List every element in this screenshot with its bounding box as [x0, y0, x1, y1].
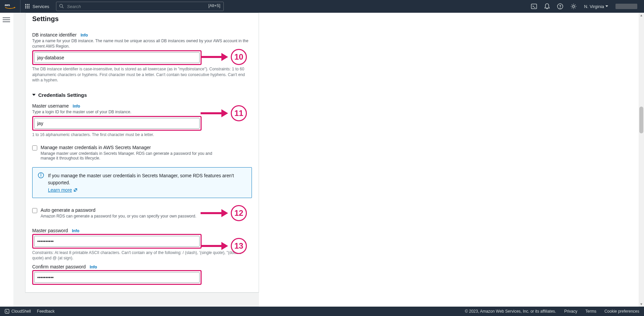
svg-rect-6: [29, 6, 30, 7]
master-pw-label: Master password: [32, 228, 68, 233]
auto-generate-help: Amazon RDS can generate a password for y…: [41, 214, 196, 218]
search-icon: [59, 4, 64, 9]
info-icon: [38, 172, 44, 193]
svg-rect-2: [27, 4, 28, 5]
db-id-constraints: The DB instance identifier is case-insen…: [32, 66, 252, 83]
right-empty-area: [259, 13, 644, 307]
svg-rect-7: [25, 7, 26, 8]
master-user-info-link[interactable]: Info: [73, 104, 80, 109]
credentials-collapser[interactable]: Credentials Settings: [32, 92, 252, 98]
master-pw-info-link[interactable]: Info: [72, 229, 79, 233]
external-link-icon: [73, 188, 77, 192]
privacy-link[interactable]: Privacy: [564, 309, 577, 314]
secrets-manager-help: Manage master user credentials in Secret…: [41, 151, 222, 161]
services-menu[interactable]: Services: [20, 4, 54, 9]
svg-point-10: [60, 4, 63, 7]
confirm-pw-label: Confirm master password: [32, 264, 86, 269]
annotation-13: 13: [201, 238, 247, 254]
svg-rect-1: [25, 4, 26, 5]
region-selector[interactable]: N. Virginia: [584, 4, 608, 9]
auto-generate-label: Auto generate a password: [41, 207, 196, 213]
copyright: © 2023, Amazon Web Services, Inc. or its…: [465, 309, 556, 314]
master-pw-input[interactable]: [34, 236, 200, 247]
annotation-11: 11: [201, 105, 247, 121]
db-id-help: Type a name for your DB instance. The na…: [32, 38, 252, 49]
svg-rect-4: [25, 6, 26, 7]
gear-icon[interactable]: [571, 3, 577, 9]
callout-msg: If you manage the master user credential…: [48, 172, 246, 186]
svg-rect-9: [29, 7, 30, 8]
svg-line-11: [62, 7, 63, 8]
annotation-10: 10: [201, 49, 247, 65]
top-nav: aws Services [Alt+S] N. Virginia: [0, 0, 644, 13]
annotation-12: 12: [201, 205, 247, 221]
search-shortcut: [Alt+S]: [208, 3, 220, 8]
global-search: [Alt+S]: [56, 2, 224, 11]
svg-rect-5: [27, 6, 28, 7]
confirm-pw-input[interactable]: [34, 272, 200, 283]
search-input[interactable]: [56, 2, 224, 11]
master-user-constraints: 1 to 16 alphanumeric characters. The fir…: [32, 132, 252, 137]
aws-logo[interactable]: aws: [0, 0, 20, 13]
svg-rect-3: [29, 4, 30, 5]
master-user-highlight: [32, 116, 202, 131]
svg-point-19: [41, 174, 41, 175]
help-icon[interactable]: [557, 3, 563, 9]
vertical-scroll[interactable]: ▲ ▼: [639, 13, 644, 307]
svg-point-16: [573, 5, 575, 7]
svg-point-15: [560, 8, 560, 8]
master-pw-highlight: [32, 234, 202, 249]
callout-learn-more-link[interactable]: Learn more: [48, 187, 77, 193]
sidebar-toggle[interactable]: [3, 16, 10, 22]
master-user-input[interactable]: [34, 118, 200, 129]
cloudshell-icon[interactable]: [531, 3, 537, 9]
db-id-highlight: [32, 50, 202, 65]
svg-rect-8: [27, 7, 28, 8]
cloudshell-link[interactable]: CloudShell: [5, 309, 31, 314]
account-menu[interactable]: [615, 4, 637, 9]
scroll-thumb[interactable]: [639, 107, 643, 133]
feedback-link[interactable]: Feedback: [37, 309, 55, 314]
secrets-manager-checkbox[interactable]: [32, 145, 37, 150]
svg-text:aws: aws: [5, 3, 10, 7]
bottom-bar: CloudShell Feedback © 2023, Amazon Web S…: [0, 307, 644, 316]
page-title: Settings: [25, 13, 259, 32]
db-id-info-link[interactable]: Info: [80, 33, 88, 38]
master-user-label: Master username: [32, 103, 69, 109]
services-label: Services: [33, 4, 49, 9]
db-id-input[interactable]: [34, 52, 200, 63]
svg-line-20: [74, 189, 77, 191]
db-id-label: DB instance identifier: [32, 32, 76, 38]
confirm-pw-highlight: [32, 270, 202, 285]
secrets-callout: If you manage the master user credential…: [32, 167, 252, 198]
main-area: Settings DB instance identifier Info Typ…: [13, 13, 644, 307]
cookies-link[interactable]: Cookie preferences: [604, 309, 639, 314]
terms-link[interactable]: Terms: [585, 309, 596, 314]
chevron-down-icon: [32, 93, 36, 97]
auto-generate-checkbox[interactable]: [32, 208, 37, 213]
confirm-pw-info-link[interactable]: Info: [90, 265, 97, 269]
bell-icon[interactable]: [544, 3, 550, 9]
secrets-manager-label: Manage master credentials in AWS Secrets…: [41, 145, 222, 150]
